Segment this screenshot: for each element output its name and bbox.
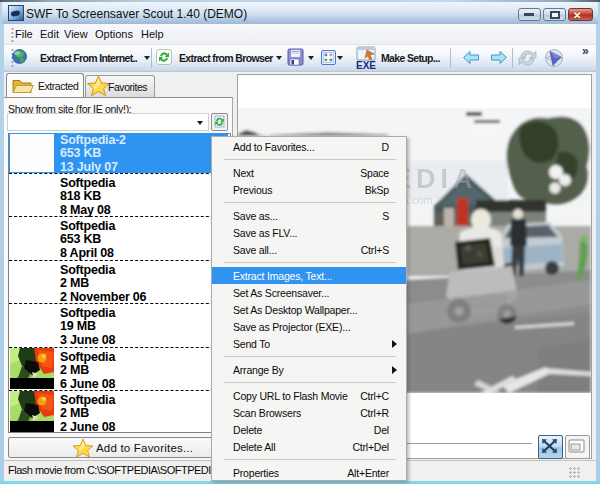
svg-text:EXE: EXE — [356, 60, 376, 70]
